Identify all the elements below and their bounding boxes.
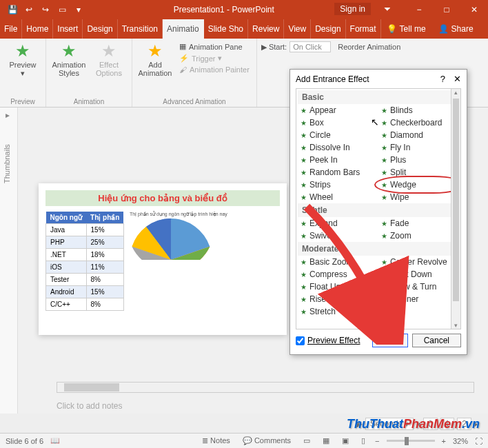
add-animation-button[interactable]: ★ Add Animation: [136, 41, 174, 77]
expand-thumbnails-icon[interactable]: ▸: [6, 110, 10, 120]
thumbnails-label: Thumbnails: [3, 144, 11, 183]
tab-review[interactable]: Review: [248, 19, 284, 39]
spellcheck-icon[interactable]: 📖: [50, 436, 60, 445]
dialog-titlebar: Add Entrance Effect ? ✕: [290, 70, 467, 88]
ok-button[interactable]: OK: [372, 334, 407, 347]
effect-item-wheel[interactable]: ★Wheel: [298, 191, 378, 203]
tab-transitions[interactable]: Transition: [118, 19, 163, 39]
notes-placeholder[interactable]: Click to add notes: [57, 401, 122, 411]
effect-item-checkerboard[interactable]: ★Checkerboard: [378, 116, 459, 129]
effect-item-grow-&-turn[interactable]: ★Grow & Turn: [378, 281, 459, 293]
animation-pane-button[interactable]: ▦ Animation Pane: [176, 41, 252, 52]
maximize-button[interactable]: □: [433, 0, 460, 19]
animation-styles-button[interactable]: ★ Animation Styles: [50, 41, 88, 77]
effect-item-dissolve-in[interactable]: ★Dissolve In: [298, 141, 378, 154]
category-subtle: Subtle: [298, 203, 459, 217]
zoom-level[interactable]: 32%: [453, 437, 468, 445]
animation-pane-label: Animation Pane: [189, 43, 243, 51]
tell-me[interactable]: 💡 Tell me: [381, 24, 431, 34]
quick-access-toolbar: 💾 ↩ ↪ ▭ ▾: [0, 4, 84, 15]
star-icon: ★: [301, 144, 307, 152]
close-button[interactable]: ✕: [460, 0, 488, 19]
effect-item-circle[interactable]: ★Circle: [298, 129, 378, 141]
slide-table: Ngôn ngữ Thị phần Java15%PHP25%.NET18%iO…: [45, 212, 124, 311]
signin-button[interactable]: Sign in: [334, 3, 371, 15]
effect-item-basic-zoom[interactable]: ★Basic Zoom: [298, 256, 378, 268]
add-animation-icon: ★: [148, 41, 163, 61]
category-moderate: Moderate: [298, 242, 459, 256]
slideshow-icon[interactable]: ▭: [57, 4, 68, 15]
tell-me-label: Tell me: [400, 24, 426, 34]
zoom-out-icon[interactable]: −: [375, 437, 379, 445]
effect-item-plus[interactable]: ★Plus: [378, 154, 459, 166]
tab-file[interactable]: File: [0, 19, 22, 39]
zoom-slider[interactable]: [387, 440, 435, 442]
effect-item-strips[interactable]: ★Strips: [298, 179, 378, 191]
effect-list[interactable]: Basic ★Appear★Box★Circle★Dissolve In★Pee…: [296, 89, 460, 319]
tab-animations[interactable]: Animatio: [163, 19, 204, 39]
effect-item-rise-up[interactable]: ★Rise Up: [298, 293, 378, 305]
save-icon[interactable]: 💾: [7, 4, 18, 15]
effect-item-swivel[interactable]: ★Swivel: [298, 230, 378, 242]
tab-view[interactable]: View: [284, 19, 311, 39]
effect-item-compress[interactable]: ★Compress: [298, 268, 378, 281]
qat-more-icon[interactable]: ▾: [73, 4, 84, 15]
effect-item-fade[interactable]: ★Fade: [378, 217, 459, 230]
zoom-in-icon[interactable]: +: [442, 437, 446, 445]
seconds-dropdown[interactable]: Seconds ▾: [365, 418, 414, 430]
effect-item-random-bars[interactable]: ★Random Bars: [298, 166, 378, 179]
table-row: Android15%: [46, 286, 124, 298]
effect-item-zoom[interactable]: ★Zoom: [378, 230, 459, 242]
star-icon: ★: [301, 119, 307, 127]
dialog-help-icon[interactable]: ?: [440, 74, 445, 84]
effect-item-stretch[interactable]: ★Stretch: [298, 305, 378, 318]
redo-icon[interactable]: ↪: [40, 4, 51, 15]
effect-item-float-up[interactable]: ★Float Up: [298, 281, 378, 293]
notes-toggle[interactable]: ≣ Notes: [199, 436, 233, 445]
effect-item-peek-in[interactable]: ★Peek In: [298, 154, 378, 166]
tab-home[interactable]: Home: [22, 19, 53, 39]
dialog-close-icon[interactable]: ✕: [454, 74, 461, 84]
page-2[interactable]: 2: [457, 418, 471, 430]
effect-item-spinner[interactable]: ★Spinner: [378, 293, 459, 305]
thumbnail-strip[interactable]: ▸ Thumbnails: [0, 108, 18, 414]
slideshow-view-icon[interactable]: ▯: [358, 436, 368, 445]
undo-icon[interactable]: ↩: [23, 4, 34, 15]
page-1[interactable]: 1: [440, 418, 455, 430]
tab-insert[interactable]: Insert: [53, 19, 83, 39]
star-icon: ★: [381, 296, 387, 303]
normal-view-icon[interactable]: ▭: [301, 436, 313, 445]
ribbon-display-icon[interactable]: ⏷: [383, 4, 392, 14]
effect-item-box[interactable]: ★Box: [298, 116, 378, 129]
sorter-view-icon[interactable]: ▦: [320, 436, 332, 445]
preview-button[interactable]: ★ Preview ▾: [4, 41, 41, 78]
group-label-advanced: Advanced Animation: [136, 98, 252, 105]
cancel-button[interactable]: Cancel: [412, 334, 461, 347]
effect-item-wedge[interactable]: ★Wedge: [378, 179, 459, 191]
effect-item-fly-in[interactable]: ★Fly In: [378, 141, 459, 154]
share-button[interactable]: 👤 Share: [433, 24, 479, 34]
effect-item-center-revolve[interactable]: ★Center Revolve: [378, 256, 459, 268]
tab-design[interactable]: Design: [83, 19, 117, 39]
table-row: Tester8%: [46, 274, 124, 286]
comments-toggle[interactable]: 💬 Comments: [240, 436, 294, 445]
effect-item-appear[interactable]: ★Appear: [298, 104, 378, 116]
table-row: .NET18%: [46, 249, 124, 261]
minimize-button[interactable]: −: [405, 0, 433, 19]
tab-format[interactable]: Format: [346, 19, 381, 39]
page-0[interactable]: 0: [423, 418, 438, 430]
start-dropdown[interactable]: On Click: [289, 41, 331, 52]
effect-item-diamond[interactable]: ★Diamond: [378, 129, 459, 141]
tab-slideshow[interactable]: Slide Sho: [204, 19, 248, 39]
effect-item-float-down[interactable]: ★Float Down: [378, 268, 459, 281]
horizontal-scrollbar[interactable]: [57, 382, 474, 393]
reading-view-icon[interactable]: ▣: [339, 436, 352, 445]
slide[interactable]: Hiệu ứng cho bảng và biểu đồ Ngôn ngữ Th…: [39, 183, 287, 335]
fit-to-window-icon[interactable]: ⛶: [475, 437, 482, 445]
preview-effect-checkbox[interactable]: Preview Effect: [296, 336, 360, 345]
effect-item-expand[interactable]: ★Expand: [298, 217, 378, 230]
dialog-scrollbar[interactable]: ▴ ▾: [451, 89, 460, 329]
play-icon[interactable]: ▶: [356, 419, 363, 429]
effect-item-blinds[interactable]: ★Blinds: [378, 104, 459, 116]
tab-design-2[interactable]: Design: [311, 19, 345, 39]
